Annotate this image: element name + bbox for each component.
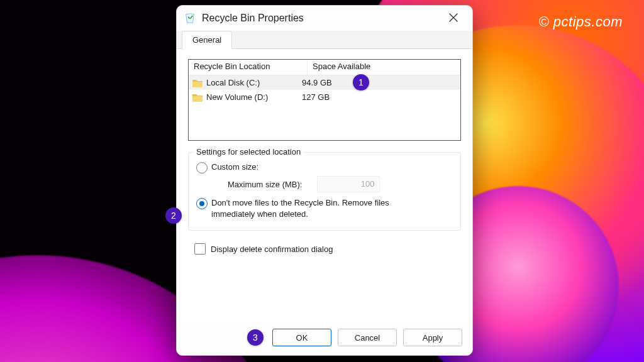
settings-group: Settings for selected location Custom si… [188,152,461,231]
radio-label: Custom size: [211,162,258,173]
drive-name: Local Disk (C:) [206,78,260,87]
recycle-bin-properties-window: Recycle Bin Properties General Recycle B… [176,5,473,356]
drive-table: Recycle Bin Location Space Available Loc… [188,59,461,141]
checkbox-icon [194,243,206,255]
max-size-label: Maximum size (MB): [228,180,302,189]
table-row[interactable]: Local Disk (C:) 94.9 GB [189,75,460,90]
close-icon [449,13,458,24]
button-label: Apply [423,333,443,343]
checkbox-display-confirm[interactable]: Display delete confirmation dialog [194,243,461,255]
button-label: OK [296,333,308,343]
header-space[interactable]: Space Available [308,60,460,75]
window-title: Recycle Bin Properties [202,13,441,24]
radio-label: Don't move files to the Recycle Bin. Rem… [211,197,425,220]
radio-dont-move[interactable]: Don't move files to the Recycle Bin. Rem… [196,197,454,220]
radio-icon [196,198,208,209]
folder-icon [192,79,203,87]
recycle-bin-icon [184,13,196,24]
callout-badge-3: 3 [247,329,264,346]
desktop-wallpaper: © pctips.com Recycle Bin Properties Gene… [0,0,644,362]
table-row[interactable]: New Volume (D:) 127 GB [189,90,460,104]
callout-badge-2: 2 [165,207,182,224]
close-button[interactable] [441,8,466,28]
table-header: Recycle Bin Location Space Available [189,60,460,75]
button-label: Cancel [355,333,380,343]
tab-strip: General [177,31,472,49]
apply-button[interactable]: Apply [403,329,462,346]
max-size-row: Maximum size (MB): 100 [228,176,454,192]
callout-badge-1: 1 [353,74,369,90]
drive-space: 127 GB [302,92,460,102]
cancel-button[interactable]: Cancel [338,329,397,346]
header-location[interactable]: Recycle Bin Location [189,60,308,75]
folder-icon [192,93,203,102]
titlebar[interactable]: Recycle Bin Properties [177,6,472,31]
tab-general[interactable]: General [182,31,232,49]
radio-icon [196,162,208,173]
tab-label: General [192,35,221,45]
radio-custom-size[interactable]: Custom size: [196,162,454,173]
ok-button[interactable]: OK [272,329,331,346]
drive-space: 94.9 GB [302,78,460,87]
tab-body: Recycle Bin Location Space Available Loc… [177,49,472,321]
dialog-footer: 3 OK Cancel Apply [177,321,472,355]
watermark-text: © pctips.com [539,14,623,30]
group-title: Settings for selected location [194,147,303,156]
max-size-input[interactable]: 100 [317,176,380,192]
drive-name: New Volume (D:) [206,92,268,102]
checkbox-label: Display delete confirmation dialog [211,244,333,254]
